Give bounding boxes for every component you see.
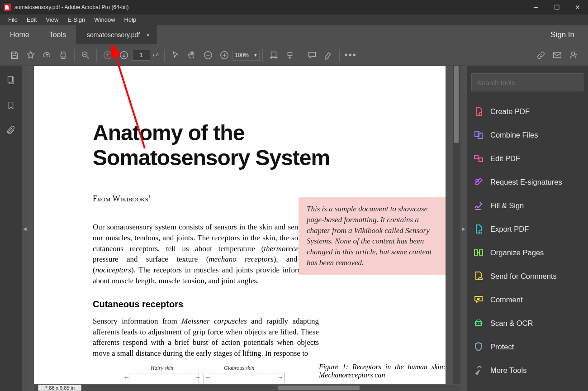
tool-item-more[interactable]: More Tools <box>471 358 583 382</box>
left-nav-rail <box>0 66 22 391</box>
svg-rect-2 <box>13 55 16 58</box>
tool-item-comment[interactable]: Comment <box>471 288 583 311</box>
edit-icon <box>473 153 484 164</box>
selection-cursor-icon[interactable] <box>167 47 184 63</box>
share-user-icon[interactable] <box>565 47 582 63</box>
tool-item-sign[interactable]: Request E-signatures <box>471 170 583 194</box>
tabbar: Home Tools somatosensory.pdf × Sign In <box>0 25 588 44</box>
fit-width-icon[interactable] <box>266 47 282 63</box>
tool-item-scan[interactable]: Scan & OCR <box>471 311 583 335</box>
body-paragraph-1: Our somatosensory system consists of sen… <box>93 222 319 286</box>
find-zoom-icon[interactable] <box>77 47 94 63</box>
protect-icon <box>473 341 484 352</box>
menu-edit[interactable]: Edit <box>22 16 41 23</box>
menu-help[interactable]: Help <box>120 16 141 23</box>
menu-view[interactable]: View <box>41 16 63 23</box>
menu-window[interactable]: Window <box>90 16 119 23</box>
sign-in-button[interactable]: Sign In <box>550 30 574 39</box>
comment-icon <box>473 294 484 305</box>
tool-item-label: Scan & OCR <box>490 319 533 328</box>
cloud-upload-icon[interactable] <box>39 47 55 63</box>
figure-caption: Figure 1: Receptors in the hu­man skin: … <box>319 363 446 379</box>
tool-item-label: Comment <box>490 296 523 304</box>
svg-rect-9 <box>271 52 276 57</box>
svg-rect-10 <box>288 52 292 55</box>
print-icon[interactable] <box>55 47 71 63</box>
save-icon[interactable] <box>6 47 23 63</box>
tool-item-label: Create PDF <box>490 107 530 116</box>
vertical-scrollbar[interactable] <box>453 66 460 384</box>
page-viewport[interactable]: Anatomy of the Somatosensory System From… <box>28 66 460 391</box>
page-number-input[interactable] <box>132 50 150 61</box>
zoom-out-icon[interactable] <box>200 47 216 63</box>
svg-rect-22 <box>479 250 483 255</box>
tool-item-fill[interactable]: Fill & Sign <box>471 194 583 217</box>
tool-item-label: Request E-signatures <box>490 178 562 186</box>
export-icon <box>473 224 484 234</box>
expand-left-handle[interactable]: ◀ <box>22 66 28 391</box>
fit-page-icon[interactable] <box>282 47 298 63</box>
next-page-icon[interactable] <box>116 47 132 63</box>
menu-file[interactable]: File <box>4 16 22 23</box>
skin-diagram: ← Hairy skin → ← Glabrous skin → <box>93 365 287 384</box>
expand-right-handle[interactable]: ▶ <box>460 66 467 391</box>
svg-rect-11 <box>554 52 561 57</box>
prev-page-icon[interactable] <box>100 47 116 63</box>
tool-item-create[interactable]: Create PDF <box>471 100 583 123</box>
organize-icon <box>473 247 484 258</box>
zoom-select[interactable]: 100%▼ <box>232 50 260 61</box>
menubar: File Edit View E-Sign Window Help <box>0 14 588 25</box>
tool-item-label: Organize Pages <box>490 248 544 257</box>
attachments-icon[interactable] <box>6 126 16 138</box>
window-title: somatosensory.pdf - Adobe Acrobat Pro (6… <box>14 4 129 10</box>
thumbnails-icon[interactable] <box>6 75 16 87</box>
star-icon[interactable] <box>23 47 39 63</box>
section-heading: Cutaneous receptors <box>93 299 387 310</box>
tool-item-protect[interactable]: Protect <box>471 335 583 358</box>
svg-point-19 <box>476 179 479 182</box>
page-dimensions-label: 7.88 x 9.85 in <box>38 385 81 391</box>
tab-home[interactable]: Home <box>0 25 39 44</box>
tool-item-send[interactable]: Send for Comments <box>471 264 583 288</box>
body-paragraph-2: Sensory information from Meissner corpus… <box>93 316 319 359</box>
svg-rect-13 <box>8 76 13 82</box>
comment-icon[interactable] <box>304 47 320 63</box>
create-icon <box>473 106 484 117</box>
titlebar: somatosensory.pdf - Adobe Acrobat Pro (6… <box>0 0 588 14</box>
horizontal-scrollbar[interactable] <box>34 385 460 391</box>
tool-item-label: Send for Comments <box>490 272 557 281</box>
hand-pan-icon[interactable] <box>184 47 200 63</box>
bookmarks-icon[interactable] <box>6 100 16 112</box>
tab-document-label: somatosensory.pdf <box>87 31 140 38</box>
tab-document[interactable]: somatosensory.pdf × <box>76 25 156 44</box>
tool-item-label: More Tools <box>490 366 526 375</box>
share-link-icon[interactable] <box>533 47 549 63</box>
send-icon <box>473 271 484 281</box>
search-tools-input[interactable] <box>471 73 583 91</box>
svg-rect-18 <box>479 158 483 162</box>
tool-item-label: Combine Files <box>490 131 538 139</box>
highlight-icon[interactable] <box>320 47 337 63</box>
zoom-in-icon[interactable] <box>216 47 232 63</box>
callout-box: This is a sample document to showcase pa… <box>299 197 446 275</box>
more-tools-icon[interactable]: ••• <box>342 47 359 63</box>
tab-tools[interactable]: Tools <box>39 25 76 44</box>
workspace: ◀ Anatomy of the Somatosensory System Fr… <box>0 66 588 391</box>
tool-item-edit[interactable]: Edit PDF <box>471 147 583 170</box>
tool-item-organize[interactable]: Organize Pages <box>471 241 583 264</box>
svg-point-12 <box>571 52 574 55</box>
email-icon[interactable] <box>549 47 565 63</box>
fill-icon <box>473 200 484 211</box>
svg-rect-17 <box>474 155 478 159</box>
close-window-button[interactable]: ✕ <box>567 0 588 14</box>
tool-item-export[interactable]: Export PDF <box>471 217 583 241</box>
tool-item-label: Export PDF <box>490 225 529 234</box>
sign-icon <box>473 176 484 187</box>
scan-icon <box>473 318 484 329</box>
close-tab-icon[interactable]: × <box>146 31 150 38</box>
minimize-button[interactable]: ─ <box>526 0 546 14</box>
tool-item-combine[interactable]: Combine Files <box>471 123 583 147</box>
tool-item-label: Fill & Sign <box>490 201 524 210</box>
maximize-button[interactable]: ☐ <box>546 0 567 14</box>
menu-esign[interactable]: E-Sign <box>63 16 90 23</box>
